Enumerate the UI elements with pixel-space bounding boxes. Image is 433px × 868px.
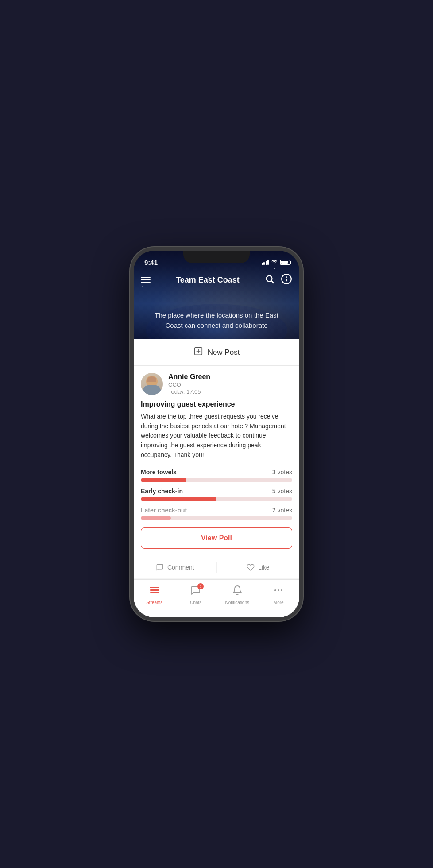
poll-bar-2-bg [141,497,292,501]
info-button[interactable] [281,273,292,287]
poll-option-3[interactable]: Later check-out 2 votes [141,507,292,520]
tab-more[interactable]: More [258,583,300,607]
poll-option-1-votes: 3 votes [272,469,292,476]
chats-icon: 1 [190,585,201,598]
poll-option-2-label: Early check-in [141,488,183,495]
post1-text: What are the top three guest requests yo… [141,412,292,460]
notifications-icon [232,585,243,598]
chats-badge: 1 [197,583,204,589]
signal-icon [262,260,269,265]
svg-rect-10 [150,592,159,593]
poll-bar-3-bg [141,516,292,520]
poll-option-2[interactable]: Early check-in 5 votes [141,488,292,501]
more-icon [273,585,284,598]
comment-icon [156,563,164,571]
more-svg [273,585,284,596]
comment-label: Comment [167,564,194,571]
search-button[interactable] [265,274,274,286]
poll-container: More towels 3 votes Early check-in [134,465,299,520]
new-post-icon [193,346,203,358]
streams-icon [149,585,160,598]
post1-meta: Annie Green CCO Today, 17:05 [168,373,292,395]
poll-option-1[interactable]: More towels 3 votes [141,469,292,482]
new-post-bar[interactable]: New Post [134,339,299,366]
like-icon [247,563,255,571]
menu-button[interactable] [141,277,151,283]
post1-title: Improving guest experience [141,400,292,408]
like-label: Like [258,564,270,571]
nav-bar: Team East Coast [134,270,299,290]
post1-header: Annie Green CCO Today, 17:05 [134,366,299,395]
wifi-icon [271,259,278,266]
phone-notch [183,251,250,263]
bottom-nav: Streams 1 Chats [134,579,299,617]
nav-right [265,273,292,287]
like-button[interactable]: Like [217,560,300,575]
tab-chats[interactable]: 1 Chats [175,583,217,607]
notifications-label: Notifications [225,600,249,605]
poll-option-1-label: More towels [141,469,177,476]
svg-line-1 [271,281,274,283]
post1-role: CCO [168,381,292,388]
poll-option-3-label: Later check-out [141,507,187,514]
svg-rect-8 [150,587,159,588]
poll-bar-1-bg [141,478,292,482]
content-area: New Post Annie Green [134,339,299,617]
hero-subtitle: The place where the locations on the Eas… [134,310,299,330]
post1-body: Improving guest experience What are the … [134,395,299,465]
streams-svg [149,585,160,596]
screen: 9:41 [134,251,299,617]
new-post-label: New Post [208,348,240,357]
poll-option-2-votes: 5 votes [272,488,292,495]
status-icons [262,259,291,266]
post1-time: Today, 17:05 [168,388,292,395]
view-poll-button[interactable]: View Poll [141,527,292,549]
post1-actions: Comment Like [134,556,299,578]
post-card-1: Annie Green CCO Today, 17:05 Improving g… [134,366,299,578]
streams-label: Streams [146,600,162,605]
tab-notifications[interactable]: Notifications [216,583,258,607]
poll-bar-2-fill [141,497,216,501]
battery-icon [280,260,290,265]
poll-bar-1-fill [141,478,186,482]
more-label: More [274,600,284,605]
page-title: Team East Coast [176,275,240,285]
scroll-content[interactable]: 9:41 [134,251,299,617]
poll-option-3-votes: 2 votes [272,507,292,514]
svg-point-11 [274,589,276,591]
post1-author: Annie Green [168,373,292,381]
comment-button[interactable]: Comment [134,560,216,575]
tab-streams[interactable]: Streams [134,583,175,607]
svg-rect-9 [150,589,159,591]
svg-point-12 [278,589,279,591]
post1-avatar [141,373,163,395]
notifications-svg [232,585,243,596]
phone-shell: 9:41 [130,247,303,621]
status-time: 9:41 [144,259,158,266]
svg-point-13 [281,589,282,591]
chats-label: Chats [190,600,201,605]
poll-bar-3-fill [141,516,171,520]
power-button [299,322,301,348]
